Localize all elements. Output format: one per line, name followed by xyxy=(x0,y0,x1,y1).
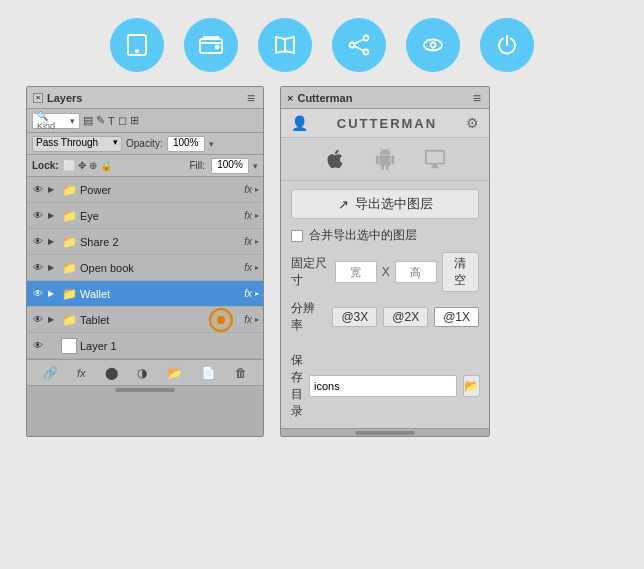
export-layers-btn[interactable]: ↗ 导出选中图层 xyxy=(291,189,479,219)
merge-label: 合并导出选中的图层 xyxy=(309,227,417,244)
lock-pixels-icon[interactable]: ⬜ xyxy=(63,160,75,171)
layer-item-openbook[interactable]: 👁 ▶ 📁 Open book fx ▸ xyxy=(27,255,263,281)
expand-openbook[interactable]: ▶ xyxy=(48,263,58,272)
link-layers-icon[interactable]: 🔗 xyxy=(43,366,58,380)
android-platform-tab[interactable] xyxy=(370,146,400,172)
shape-icon[interactable]: ◻ xyxy=(118,114,127,127)
adjustment-icon[interactable]: ◑ xyxy=(137,366,147,380)
lock-label: Lock: xyxy=(32,160,59,171)
layer-item-eye[interactable]: 👁 ▶ 📁 Eye fx ▸ xyxy=(27,203,263,229)
smart-icon[interactable]: ⊞ xyxy=(130,114,139,127)
apple-platform-tab[interactable] xyxy=(320,146,350,172)
fixed-size-row: 固定尺寸 X 清空 xyxy=(291,252,479,292)
layers-toolbar: 🔍 Kind ▾ ▤ ✎ T ◻ ⊞ xyxy=(27,109,263,133)
cutterman-scrollbar[interactable] xyxy=(281,428,489,436)
eye-power[interactable]: 👁 xyxy=(31,184,45,195)
eye-icon-btn[interactable] xyxy=(406,18,460,72)
opacity-value: 100% xyxy=(173,137,199,148)
svg-point-6 xyxy=(364,50,369,55)
layer-item-tablet[interactable]: 👁 ▶ 📁 Tablet fx ▸ xyxy=(27,307,263,333)
res-3x-btn[interactable]: @3X xyxy=(332,307,377,327)
eye-eye[interactable]: 👁 xyxy=(31,210,45,221)
cutterman-panel-title: Cutterman xyxy=(293,92,470,104)
res-1x-btn[interactable]: @1X xyxy=(434,307,479,327)
layer-item-wallet[interactable]: 👁 ▶ 📁 Wallet fx ▸ xyxy=(27,281,263,307)
new-layer-icon[interactable]: 📄 xyxy=(201,366,216,380)
lock-row: Lock: ⬜ ✥ ⊕ 🔒 Fill: 100% ▾ xyxy=(27,155,263,177)
eye-wallet[interactable]: 👁 xyxy=(31,288,45,299)
merge-checkbox[interactable] xyxy=(291,230,303,242)
expand-eye[interactable]: ▶ xyxy=(48,211,58,220)
lock-artboard-icon[interactable]: ⊕ xyxy=(89,160,97,171)
svg-point-5 xyxy=(350,43,355,48)
top-icon-row xyxy=(0,0,644,86)
eye-share[interactable]: 👁 xyxy=(31,236,45,247)
cutterman-scrollbar-thumb xyxy=(355,431,415,435)
fill-label: Fill: xyxy=(189,160,205,171)
eye-layer1[interactable]: 👁 xyxy=(31,340,45,351)
lock-all-icon[interactable]: 🔒 xyxy=(100,160,112,171)
svg-line-8 xyxy=(354,46,364,51)
brush-icon[interactable]: ✎ xyxy=(96,114,105,127)
expand-share[interactable]: ▶ xyxy=(48,237,58,246)
expand-tablet[interactable]: ▶ xyxy=(48,315,58,324)
fill-arrow[interactable]: ▾ xyxy=(253,161,258,171)
cutterman-header: 👤 CUTTERMAN ⚙ xyxy=(281,109,489,138)
layer-item-layer1[interactable]: 👁 Layer 1 xyxy=(27,333,263,359)
add-mask-icon[interactable]: ⬤ xyxy=(105,366,118,380)
layer-name-layer1: Layer 1 xyxy=(80,340,259,352)
power-icon-btn[interactable] xyxy=(480,18,534,72)
eye-openbook[interactable]: 👁 xyxy=(31,262,45,273)
layers-panel-title: Layers xyxy=(43,92,245,104)
fx-share: fx xyxy=(244,236,252,247)
wallet-icon-btn[interactable] xyxy=(184,18,238,72)
clear-size-btn[interactable]: 清空 xyxy=(442,252,479,292)
layer-item-share[interactable]: 👁 ▶ 📁 Share 2 fx ▸ xyxy=(27,229,263,255)
svg-point-4 xyxy=(364,36,369,41)
layer-arrow-power: ▸ xyxy=(255,185,259,194)
fill-value: 100% xyxy=(217,159,243,170)
fx-effects-icon[interactable]: fx xyxy=(77,367,86,379)
monitor-platform-tab[interactable] xyxy=(420,146,450,172)
eye-tablet[interactable]: 👁 xyxy=(31,314,45,325)
tablet-icon-btn[interactable] xyxy=(110,18,164,72)
filter-icon[interactable]: ▤ xyxy=(83,114,93,127)
width-input[interactable] xyxy=(335,261,377,283)
layer-name-openbook: Open book xyxy=(80,262,241,274)
expand-power[interactable]: ▶ xyxy=(48,185,58,194)
save-dir-input[interactable] xyxy=(309,375,457,397)
svg-point-1 xyxy=(136,50,138,52)
share-icon-btn[interactable] xyxy=(332,18,386,72)
layer-name-wallet: Wallet xyxy=(80,288,241,300)
layer-item-power[interactable]: 👁 ▶ 📁 Power fx ▸ xyxy=(27,177,263,203)
cutterman-menu-btn[interactable]: ≡ xyxy=(471,90,483,106)
type-icon[interactable]: T xyxy=(108,115,115,127)
fx-tablet: fx xyxy=(244,314,252,325)
res-2x-btn[interactable]: @2X xyxy=(383,307,428,327)
settings-gear-icon[interactable]: ⚙ xyxy=(466,115,479,131)
svg-point-9 xyxy=(424,40,442,51)
new-group-icon[interactable]: 📂 xyxy=(167,366,182,380)
blend-mode-select[interactable]: Pass Through ▾ xyxy=(32,136,122,152)
opacity-arrow[interactable]: ▾ xyxy=(209,139,214,149)
height-input[interactable] xyxy=(395,261,437,283)
fill-input[interactable]: 100% xyxy=(211,158,249,174)
browse-folder-btn[interactable]: 📂 xyxy=(463,375,480,397)
user-account-icon[interactable]: 👤 xyxy=(291,115,308,131)
cutterman-panel: × Cutterman ≡ 👤 CUTTERMAN ⚙ xyxy=(280,86,490,437)
folder-openbook: 📁 xyxy=(61,261,77,275)
lock-icons: ⬜ ✥ ⊕ 🔒 xyxy=(63,160,112,171)
export-icon: ↗ xyxy=(338,197,349,212)
layers-menu-btn[interactable]: ≡ xyxy=(245,90,257,106)
layers-scrollbar[interactable] xyxy=(27,385,263,393)
book-icon-btn[interactable] xyxy=(258,18,312,72)
expand-wallet[interactable]: ▶ xyxy=(48,289,58,298)
opacity-input[interactable]: 100% xyxy=(167,136,205,152)
layer-arrow-tablet: ▸ xyxy=(255,315,259,324)
cutterman-titlebar: × Cutterman ≡ xyxy=(281,87,489,109)
kind-search-field[interactable]: 🔍 Kind ▾ xyxy=(32,113,80,129)
size-x-separator: X xyxy=(382,265,390,279)
lock-move-icon[interactable]: ✥ xyxy=(78,160,86,171)
layers-close-btn[interactable]: × xyxy=(33,93,43,103)
delete-layer-icon[interactable]: 🗑 xyxy=(235,366,247,380)
